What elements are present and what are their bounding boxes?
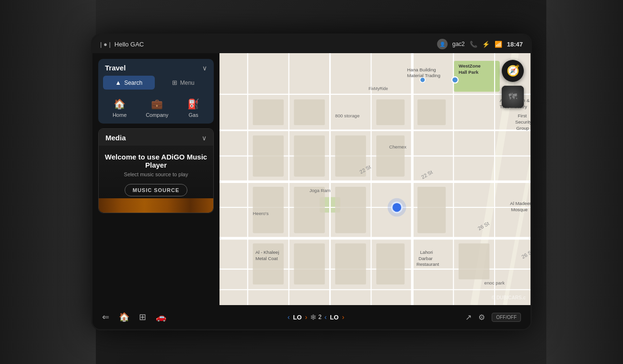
svg-rect-33 xyxy=(294,243,324,284)
svg-text:800 storage: 800 storage xyxy=(335,113,359,118)
apps-nav-icon[interactable]: ⊞ xyxy=(139,312,146,322)
wifi-icon: 📶 xyxy=(495,41,502,48)
travel-panel-title: Travel xyxy=(105,64,126,72)
travel-panel: Travel ∨ ▲ Search ⊞ Menu xyxy=(98,59,214,124)
bottom-climate: ‹ LO › ❄ 2 ‹ LO › xyxy=(288,313,344,322)
map-thumbnail[interactable]: 🗺 xyxy=(502,86,524,108)
car-background: | ● | Hello GAC 👤 gac2 📞 ⚡ 📶 18:47 xyxy=(0,0,623,364)
tab-menu[interactable]: ⊞ Menu xyxy=(158,76,209,90)
signal-indicator: | ● | xyxy=(100,41,111,48)
svg-rect-22 xyxy=(376,100,404,125)
media-welcome-title: Welcome to use ADiGO Music Player xyxy=(104,153,208,169)
svg-text:enoc park: enoc park xyxy=(485,280,505,285)
tab-search-label: Search xyxy=(124,80,142,86)
svg-text:FixMyRide: FixMyRide xyxy=(369,86,388,91)
climate-left-group: ‹ LO › xyxy=(288,313,307,321)
svg-rect-27 xyxy=(376,136,404,177)
off-toggle[interactable]: OFF/OFF xyxy=(492,313,521,322)
travel-shortcuts: 🏠 Home 💼 Company ⛽ Gas xyxy=(98,94,214,124)
sidebar: Travel ∨ ▲ Search ⊞ Menu xyxy=(92,53,219,305)
car-interior-right xyxy=(546,0,623,364)
svg-text:Heero's: Heero's xyxy=(253,211,269,216)
tab-menu-label: Menu xyxy=(180,80,195,86)
bluetooth-icon: ⚡ xyxy=(482,41,490,48)
fan-left-icon: ❄ xyxy=(310,313,316,322)
menu-grid-icon: ⊞ xyxy=(172,79,177,86)
back-icon[interactable]: ⇐ xyxy=(102,312,109,322)
svg-text:Joga Ram: Joga Ram xyxy=(310,188,331,193)
shortcut-company[interactable]: 💼 Company xyxy=(146,98,168,118)
climate-left-up[interactable]: › xyxy=(305,313,308,321)
climate-fan-left: ❄ 2 xyxy=(310,313,322,322)
media-wave-decoration xyxy=(99,198,213,213)
compass[interactable]: 🧭 xyxy=(502,60,524,82)
svg-rect-23 xyxy=(417,100,446,125)
shortcut-gas[interactable]: ⛽ Gas xyxy=(187,98,199,118)
shortcut-home-label: Home xyxy=(113,112,127,118)
media-welcome-sub: Select music source to play xyxy=(124,171,188,177)
home-nav-icon[interactable]: 🏠 xyxy=(119,312,129,322)
settings-icon[interactable]: ⚙ xyxy=(478,313,485,322)
svg-text:WestZone: WestZone xyxy=(459,63,481,68)
map-thumbnail-inner: 🗺 xyxy=(502,86,524,108)
search-nav-icon: ▲ xyxy=(115,79,121,86)
svg-rect-21 xyxy=(294,100,324,125)
car-nav-icon[interactable]: 🚗 xyxy=(156,312,166,322)
svg-text:Hana Building: Hana Building xyxy=(407,67,436,72)
svg-text:Chemex: Chemex xyxy=(389,144,406,149)
svg-text:Lahori: Lahori xyxy=(420,250,433,255)
username-label: gac2 xyxy=(452,41,465,47)
travel-collapse-icon[interactable]: ∨ xyxy=(202,64,207,72)
status-bar: | ● | Hello GAC 👤 gac2 📞 ⚡ 📶 18:47 xyxy=(92,35,531,53)
greeting-text: Hello GAC xyxy=(115,41,144,48)
media-collapse-icon[interactable]: ∨ xyxy=(202,134,207,142)
media-panel: Media ∨ Welcome to use ADiGO Music Playe… xyxy=(98,128,214,213)
climate-right-down[interactable]: ‹ xyxy=(324,313,327,321)
svg-rect-29 xyxy=(294,187,324,233)
svg-rect-28 xyxy=(253,187,284,233)
svg-rect-31 xyxy=(417,187,446,233)
svg-point-63 xyxy=(452,77,458,83)
compass-icon: 🧭 xyxy=(507,65,519,77)
climate-right-group: ‹ LO › xyxy=(324,313,344,321)
travel-tabs: ▲ Search ⊞ Menu xyxy=(98,76,214,94)
tab-search[interactable]: ▲ Search xyxy=(103,76,155,90)
watermark: © DUBICARS.c xyxy=(492,295,526,300)
navigation-turn-icon[interactable]: ↗ xyxy=(465,313,472,322)
svg-text:Darbar: Darbar xyxy=(418,256,433,261)
bottom-right: ↗ ⚙ OFF/OFF xyxy=(465,313,521,322)
infotainment-screen: | ● | Hello GAC 👤 gac2 📞 ⚡ 📶 18:47 xyxy=(91,34,532,330)
climate-left-value: LO xyxy=(292,314,303,321)
status-right: 👤 gac2 📞 ⚡ 📶 18:47 xyxy=(437,39,523,49)
svg-text:Hall Park: Hall Park xyxy=(459,69,479,75)
svg-point-66 xyxy=(388,198,406,217)
bottom-nav: ⇐ 🏠 ⊞ 🚗 xyxy=(102,312,166,322)
svg-rect-34 xyxy=(335,243,366,284)
media-panel-title: Media xyxy=(105,134,126,142)
car-interior-left xyxy=(0,0,96,364)
svg-text:First: First xyxy=(518,113,527,118)
gas-icon: ⛽ xyxy=(187,98,199,110)
climate-right-up[interactable]: › xyxy=(342,313,345,321)
main-content: Travel ∨ ▲ Search ⊞ Menu xyxy=(92,53,531,305)
company-icon: 💼 xyxy=(151,98,163,110)
svg-text:Group: Group xyxy=(516,125,529,131)
svg-rect-36 xyxy=(459,243,489,279)
climate-left-down[interactable]: ‹ xyxy=(288,313,290,321)
home-icon: 🏠 xyxy=(114,98,126,110)
fan-left-count: 2 xyxy=(318,314,322,320)
music-source-button[interactable]: MUSIC SOURCE xyxy=(125,184,188,196)
map-area[interactable]: Hana Building Material Trading WestZone … xyxy=(219,53,531,305)
svg-text:Security: Security xyxy=(515,119,531,125)
svg-text:Metal Coat: Metal Coat xyxy=(255,256,278,261)
shortcut-gas-label: Gas xyxy=(188,112,198,118)
media-panel-header: Media ∨ xyxy=(99,129,213,146)
user-avatar[interactable]: 👤 xyxy=(437,39,448,49)
climate-right-value: LO xyxy=(329,314,340,321)
status-left: | ● | Hello GAC xyxy=(100,41,144,48)
shortcut-home[interactable]: 🏠 Home xyxy=(113,98,127,118)
svg-text:Al Madeena: Al Madeena xyxy=(510,201,531,206)
bottom-bar: ⇐ 🏠 ⊞ 🚗 ‹ LO › ❄ 2 ‹ LO › xyxy=(92,305,531,329)
svg-text:Al - Khaleej: Al - Khaleej xyxy=(255,250,279,255)
svg-rect-35 xyxy=(376,243,404,284)
